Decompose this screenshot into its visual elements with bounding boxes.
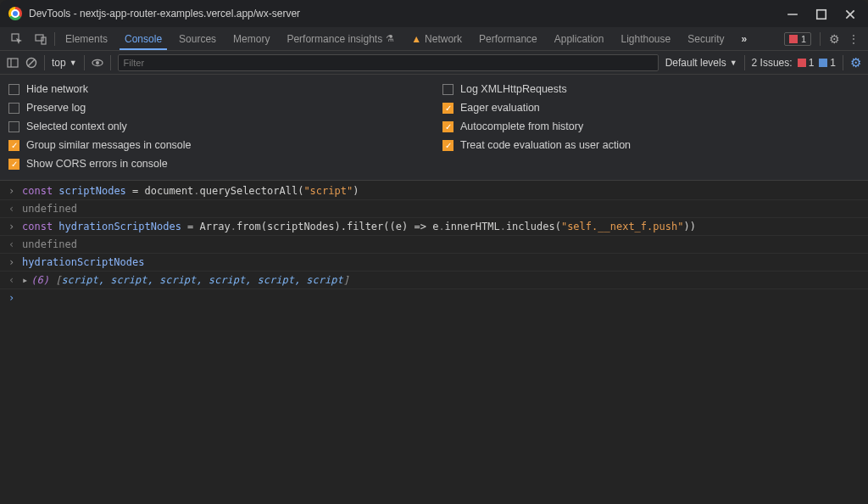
tab-sources[interactable]: Sources [170,27,225,50]
checkbox-icon: ✓ [442,140,453,151]
context-label: top [52,57,66,69]
setting-label: Treat code evaluation as user action [460,139,631,151]
input-arrow-icon: › [8,256,19,268]
checkbox-icon: ✓ [8,159,19,170]
setting-label: Preserve log [26,102,86,114]
tab-lighthouse[interactable]: Lighthouse [612,27,679,50]
code-line: hydrationScriptNodes [22,256,145,268]
setting-label: Autocomplete from history [460,120,583,132]
checkbox-icon [8,84,19,95]
clear-console-icon[interactable] [25,57,37,69]
expand-caret-icon[interactable]: ▸ [22,274,28,286]
tab-performance-insights[interactable]: Performance insights⚗ [278,27,403,50]
output-arrow-icon: ‹ [8,274,19,286]
setting-autocomplete[interactable]: ✓Autocomplete from history [441,117,861,136]
maximize-icon[interactable] [815,8,826,19]
setting-label: Group similar messages in console [26,139,192,151]
tab-elements[interactable]: Elements [57,27,116,50]
window-title: DevTools - nextjs-app-router-examples.ve… [29,8,300,20]
settings-col-left: Hide network Preserve log Selected conte… [0,80,434,173]
warning-icon: ▲ [411,33,421,45]
tab-application[interactable]: Application [546,27,613,50]
filter-input[interactable] [118,54,659,71]
issues-info-count: 1 [830,57,836,69]
tab-label: Performance [479,33,537,45]
checkbox-icon: ✓ [442,121,453,132]
input-arrow-icon: › [8,185,19,197]
errors-count: 1 [801,34,806,44]
console-settings-gear-icon[interactable]: ⚙ [850,55,861,70]
sidebar-toggle-icon[interactable] [7,57,19,69]
tab-network[interactable]: ▲Network [403,27,470,50]
tab-memory[interactable]: Memory [225,27,278,50]
console-result-row[interactable]: ‹ undefined [0,236,868,254]
prompt-arrow-icon: › [8,292,19,304]
checkbox-icon [8,103,19,114]
setting-label: Selected context only [26,120,127,132]
settings-col-right: Log XMLHttpRequests ✓Eager evaluation ✓A… [434,80,868,173]
result-value: undefined [22,238,77,250]
tab-label: Memory [233,33,270,45]
console-input-row[interactable]: › const scriptNodes = document.querySele… [0,182,868,200]
inspect-icon[interactable] [5,27,29,50]
setting-preserve-log[interactable]: Preserve log [7,98,427,117]
error-square-icon [789,35,798,43]
result-value: undefined [22,203,77,215]
svg-point-12 [96,61,99,64]
setting-log-xhr[interactable]: Log XMLHttpRequests [441,80,861,98]
code-line: const scriptNodes = document.querySelect… [22,185,359,197]
tab-label: Console [125,33,162,45]
output-arrow-icon: ‹ [8,238,19,250]
setting-label: Show CORS errors in console [26,158,168,170]
console-result-row[interactable]: ‹ undefined [0,200,868,218]
console-result-row[interactable]: ‹ ▸ (6) [script, script, script, script,… [0,272,868,289]
minimize-icon[interactable] [787,8,797,19]
setting-user-action[interactable]: ✓Treat code evaluation as user action [441,136,861,154]
tab-label: Security [687,33,724,45]
info-square-icon [819,59,827,67]
live-expression-icon[interactable] [92,57,103,69]
chevron-down-icon: ▼ [730,59,737,67]
setting-group-similar[interactable]: ✓Group similar messages in console [7,136,427,154]
tabs-overflow[interactable]: » [733,27,756,50]
svg-line-10 [28,59,35,66]
tab-security[interactable]: Security [679,27,732,50]
titlebar: DevTools - nextjs-app-router-examples.ve… [0,0,868,27]
setting-eager-eval[interactable]: ✓Eager evaluation [441,98,861,117]
chrome-logo-icon [8,7,22,20]
context-selector[interactable]: top ▼ [52,57,77,69]
close-icon[interactable] [844,8,854,19]
console-input-row[interactable]: › const hydrationScriptNodes = Array.fro… [0,218,868,236]
devtools-tabs: Elements Console Sources Memory Performa… [0,27,868,51]
issues-error-count: 1 [809,57,815,69]
tab-label: Elements [65,33,108,45]
output-arrow-icon: ‹ [8,203,19,215]
device-toggle-icon[interactable] [29,27,53,50]
settings-gear-icon[interactable]: ⚙ [829,32,840,46]
kebab-menu-icon[interactable]: ⋮ [849,33,860,45]
setting-label: Hide network [26,83,88,95]
levels-selector[interactable]: Default levels ▼ [665,57,737,69]
checkbox-icon [442,84,453,95]
checkbox-icon [8,121,19,132]
setting-selected-context[interactable]: Selected context only [7,117,427,136]
issues-label: 2 Issues: [752,57,793,69]
console-input-row[interactable]: › hydrationScriptNodes [0,254,868,272]
errors-badge[interactable]: 1 [784,32,811,46]
setting-cors-errors[interactable]: ✓Show CORS errors in console [7,154,427,173]
console-prompt-row[interactable]: › [0,289,868,306]
tab-console[interactable]: Console [116,27,170,50]
tab-label: Sources [179,33,216,45]
tab-performance[interactable]: Performance [470,27,546,50]
console-toolbar: top ▼ Default levels ▼ 2 Issues: 1 1 ⚙ [0,51,868,75]
setting-label: Log XMLHttpRequests [460,83,567,95]
chevron-down-icon: ▼ [70,59,77,67]
tab-label: Performance insights [287,33,382,45]
checkbox-icon: ✓ [8,140,19,151]
issues-indicator[interactable]: 2 Issues: 1 1 [752,57,836,69]
levels-label: Default levels [665,57,726,69]
code-line: const hydrationScriptNodes = Array.from(… [22,221,696,232]
setting-hide-network[interactable]: Hide network [7,80,427,98]
tab-label: Application [554,33,604,45]
svg-rect-1 [817,10,826,20]
